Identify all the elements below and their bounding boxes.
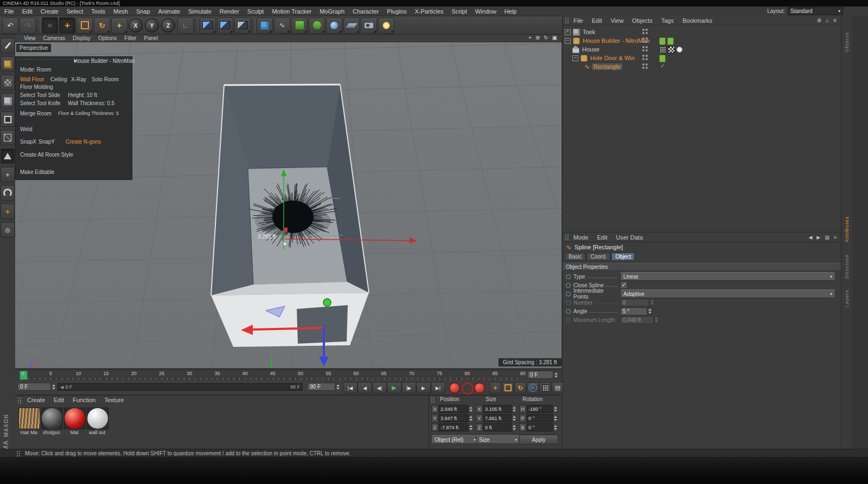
panel-grip[interactable] [17,397,22,403]
stepper-icon[interactable] [52,384,55,390]
material-name[interactable]: Mat [63,430,85,435]
record-parameter-toggle[interactable]: P [527,382,539,393]
menu-item[interactable]: Mesh [113,8,128,15]
position-x[interactable]: X2.049 ft [431,405,473,413]
range-grip-icon[interactable]: ◀ [60,385,63,390]
hb-height-value[interactable]: Height: 10 ft [68,92,97,98]
object-label[interactable]: Toek [583,29,595,35]
object-row-house[interactable]: House [572,45,599,54]
workplane-mode-button[interactable] [1,93,15,108]
material-thumb-wall[interactable] [87,408,108,429]
points-mode-button[interactable] [1,112,15,127]
phong-tag-icon[interactable] [676,47,682,53]
current-frame-field[interactable]: 0 F [17,383,51,391]
viewport-menu-filter[interactable]: Filter [124,35,136,41]
enabled-check-icon[interactable]: ✓ [660,62,665,69]
tweak-mode-button[interactable]: + [1,167,15,182]
solo-mode-button[interactable]: ◎ [1,222,15,237]
menu-item[interactable]: Select [67,8,84,15]
nitroman-tag-icon[interactable] [659,55,666,62]
mograph-button[interactable] [309,17,325,34]
object-label[interactable]: Rectangle [592,63,622,70]
size-x[interactable]: X3.105 ft [476,405,516,413]
spline-pen-button[interactable]: ∿ [274,17,290,34]
display-tag-icon[interactable] [659,46,666,53]
am-menu-edit[interactable]: Edit [597,234,608,241]
render-view-button[interactable] [200,17,216,34]
viewport-menu-view[interactable]: View [24,35,36,41]
undo-button[interactable]: ↶ [2,17,18,34]
menu-item[interactable]: Sculpt [247,8,264,15]
angle-field[interactable]: 5 ° [620,307,647,315]
om-menu-bookmarks[interactable]: Bookmarks [682,17,712,24]
goto-end-button[interactable]: ▶| [431,382,445,393]
panel-grip[interactable] [431,397,435,403]
material-name[interactable]: shotgun [41,430,62,435]
menu-item[interactable]: Motion Tracker [272,8,311,15]
timeline-ruler[interactable]: 0 F 051015202530354045505560657075808590 [15,369,561,381]
hb-snapx-button[interactable]: SnapX [20,139,36,145]
hb-make-editable-button[interactable]: Make Editable [20,169,54,175]
rotation-b[interactable]: B0 ° [519,423,557,431]
hb-merge-room-button[interactable]: Merge Room [20,111,52,117]
nitroman-tag-icon[interactable] [667,37,674,45]
menu-item[interactable]: Window [475,8,496,15]
keyframe-selection-toggle[interactable]: ▤ [552,382,564,393]
keyframe-dot-icon[interactable] [566,274,571,279]
keyframe-dot-icon[interactable] [566,309,571,314]
ruler-frame-field[interactable]: 0 F [527,371,553,379]
render-picture-viewer-button[interactable] [217,17,233,34]
layout-dropdown[interactable]: Standard ▾ [788,7,843,15]
hb-floor-molding-button[interactable]: Floor Molding [20,84,53,90]
dock-tab-attributes[interactable]: Attributes [844,216,850,242]
rotate-view-icon[interactable]: ↻ [544,35,548,41]
menu-item[interactable]: Animate [158,8,180,15]
hb-create-ngons-button[interactable]: Create N-gons [66,139,101,145]
axis-x-lock-button[interactable]: X [129,18,143,33]
live-selection-tool[interactable]: ○ [42,17,58,34]
visibility-dots[interactable] [642,46,648,53]
main-menus[interactable]: FileEditCreateSelectToolsMeshSnapAnimate… [0,8,516,15]
goto-start-button[interactable]: |◀ [343,382,358,393]
zoom-view-icon[interactable]: ⊕ [535,35,540,41]
close-spline-checkbox[interactable]: ✓ [620,281,628,289]
pan-view-icon[interactable]: + [528,35,532,41]
menu-item[interactable]: Tools [91,8,105,15]
panel-menu-icon[interactable]: ≡ [833,17,837,23]
coordinate-system-button[interactable]: ∟ [177,17,194,34]
object-label[interactable]: Hole Door & Win [590,55,635,61]
collapse-icon[interactable]: − [565,38,571,44]
mm-menu-create[interactable]: Create [27,397,45,403]
last-used-tool[interactable]: + [111,17,127,34]
object-row-toek[interactable]: + Toek [565,28,595,36]
viewport-menu-display[interactable]: Display [73,35,91,41]
panel-grip[interactable] [565,17,569,23]
search-icon[interactable]: ⊕ [817,17,821,23]
next-element-icon[interactable]: ▶ [816,235,820,240]
history-icon[interactable]: ▤ [825,235,829,240]
record-rotation-toggle[interactable]: ↻ [514,382,526,393]
deformer-button[interactable] [291,17,308,34]
model-mode-button[interactable] [1,56,15,72]
autokey-button[interactable] [462,383,474,395]
render-settings-button[interactable] [234,17,251,34]
hb-ceiling-button[interactable]: Ceiling [50,76,67,82]
am-menu-user-data[interactable]: User Data [616,234,643,241]
stepper-icon[interactable] [554,372,558,378]
mm-menu-function[interactable]: Function [73,397,95,403]
axis-mode-button[interactable]: + [1,204,15,219]
object-row-hole-door-win[interactable]: − Hole Door & Win [572,54,635,62]
polygons-mode-button[interactable] [1,149,15,164]
record-scale-toggle[interactable] [502,382,514,393]
dock-tab-structure[interactable]: Structure [844,254,850,279]
material-thumb-mat[interactable] [64,408,86,429]
material-thumb-shotgun[interactable] [41,408,63,429]
floor-button[interactable] [343,17,360,34]
axis-y-lock-button[interactable]: Y [145,18,159,33]
toggle-view-icon[interactable]: ▣ [552,35,557,41]
axis-z-lock-button[interactable]: Z [161,18,175,33]
keyframe-dot-icon[interactable] [566,283,571,288]
range-end-field[interactable]: 90 F [307,383,335,391]
visibility-dots[interactable] [642,29,648,35]
hb-xray-button[interactable]: X-Ray [71,76,86,82]
